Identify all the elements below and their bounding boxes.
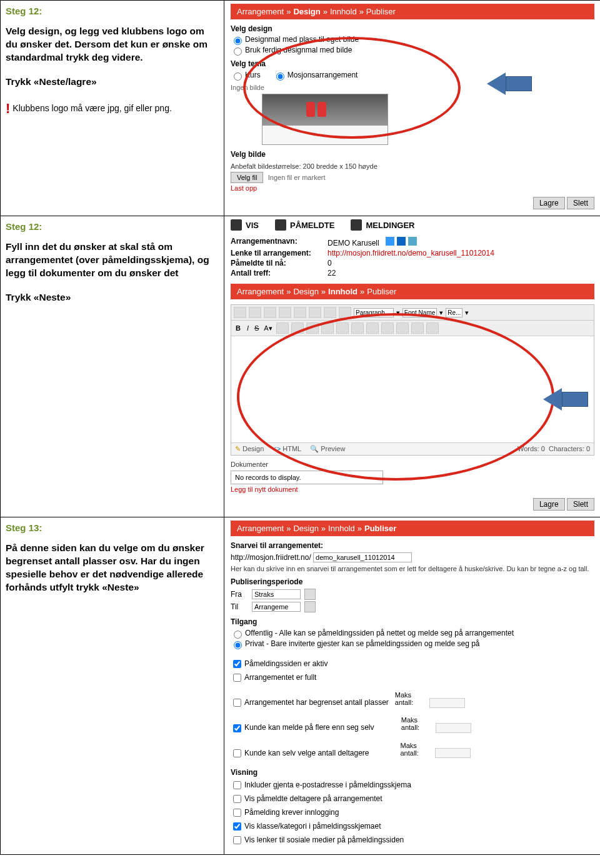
heading-velg-bilde: Velg bilde <box>231 150 594 159</box>
slett-button[interactable]: Slett <box>567 498 594 511</box>
paste-icon[interactable] <box>264 307 276 318</box>
fra-label: Fra <box>231 590 248 599</box>
link-icon[interactable] <box>324 307 336 318</box>
exclamation-icon: ! <box>6 100 10 118</box>
til-input[interactable] <box>252 602 301 612</box>
cb-v4[interactable]: Vis klasse/kategori i påmeldingsskjemaet <box>231 821 594 832</box>
size-select[interactable]: Re... <box>446 308 462 317</box>
instruction-cell: Steg 12: Velg design, og legg ved klubbe… <box>1 1 224 216</box>
arrangement-link[interactable]: http://mosjon.friidrett.no/demo_karusell… <box>328 249 494 257</box>
crumb-arrangement: Arrangement <box>237 524 284 533</box>
add-document-link[interactable]: Legg til nytt dokument <box>231 486 594 493</box>
breadcrumb-bar: Arrangement»Design»Innhold»Publiser <box>231 284 594 299</box>
file-status: Ingen fil er markert <box>268 174 326 181</box>
crumb-innhold: Innhold <box>328 287 358 296</box>
slett-button[interactable]: Slett <box>567 197 594 209</box>
snarvei-heading: Snarvei til arrangementet: <box>231 541 594 550</box>
warning-note: !Klubbens logo må være jpg, gif eller pn… <box>6 100 216 118</box>
step-row-12a: Steg 12: Velg design, og legg ved klubbe… <box>1 1 600 216</box>
cb-selv-velge[interactable]: Kunde kan selv velge antall deltagere Ma… <box>231 742 594 759</box>
align-left-icon[interactable] <box>276 322 289 334</box>
lagre-button[interactable]: Lagre <box>533 498 565 511</box>
radio-designmal-eget[interactable]: Designmal med plass til eget bilde <box>231 35 594 45</box>
tab-vis[interactable]: VIS <box>231 219 259 231</box>
instruction-cell: Steg 12: Fyll inn det du ønsker at skal … <box>1 216 224 517</box>
top-tabs: VIS PÅMELDTE MELDINGER <box>231 219 594 231</box>
maks-input-3[interactable] <box>435 748 471 758</box>
crumb-design: Design <box>293 524 318 533</box>
tab-pameldte[interactable]: PÅMELDTE <box>275 219 335 231</box>
fontcolor-icon[interactable]: A▾ <box>262 324 273 332</box>
crumb-design: Design <box>293 287 318 296</box>
shortcut-url-row: http://mosjon.friidrett.no/ <box>231 552 594 562</box>
cb-aktiv[interactable]: Påmeldingssiden er aktiv <box>231 658 594 670</box>
kv-pameldte: Påmeldte til nå:0 <box>231 259 594 267</box>
linkedin-icon[interactable] <box>397 237 406 246</box>
shortcut-help: Her kan du skrive inn en snarvei til arr… <box>231 565 594 572</box>
cb-v2[interactable]: Vis påmeldte deltagere på arrangementet <box>231 793 594 805</box>
kv-arrangementnavn: Arrangementnavn:DEMO Karusell <box>231 237 594 247</box>
crumb-publiser: Publiser <box>367 287 396 296</box>
lagre-button[interactable]: Lagre <box>533 197 565 209</box>
pointer-arrow <box>543 388 588 411</box>
envelope-icon <box>351 219 362 231</box>
radio-offentlig[interactable]: Offentlig - Alle kan se påmeldingssiden … <box>231 629 594 639</box>
cb-fullt[interactable]: Arrangementet er fullt <box>231 672 594 684</box>
pointer-arrow <box>487 72 532 95</box>
bold-icon[interactable]: B <box>234 324 242 332</box>
warning-text: Klubbens logo må være jpg, gif eller png… <box>12 103 171 113</box>
til-label: Til <box>231 602 248 611</box>
instruction-body-1: Velg design, og legg ved klubbens logo o… <box>6 25 216 64</box>
tab-meldinger[interactable]: MELDINGER <box>351 219 414 231</box>
fra-input[interactable] <box>252 589 301 599</box>
instruction-body-1: På denne siden kan du velge om du ønsker… <box>6 542 216 594</box>
shortcut-input[interactable] <box>313 552 412 562</box>
cb-flere[interactable]: Kunde kan melde på flere enn seg selv Ma… <box>231 716 594 734</box>
screenshot-cell: Arrangement»Design»Innhold»Publiser Snar… <box>224 517 600 854</box>
facebook-icon[interactable] <box>386 237 394 246</box>
redo-icon[interactable] <box>309 307 321 318</box>
char-count: Characters: 0 <box>549 445 590 452</box>
crumb-design: Design <box>293 7 320 16</box>
radio-privat[interactable]: Privat - Bare inviterte gjester kan se p… <box>231 639 594 649</box>
maks-input-1[interactable] <box>429 698 465 708</box>
crumb-arrangement: Arrangement <box>237 7 284 16</box>
breadcrumb-bar: Arrangement»Design»Innhold»Publiser <box>231 4 594 19</box>
step-label: Steg 13: <box>6 522 216 533</box>
crumb-publiser: Publiser <box>364 524 396 533</box>
cb-v3[interactable]: Påmelding krever innlogging <box>231 807 594 819</box>
twitter-icon[interactable] <box>408 237 417 246</box>
kv-treff: Antall treff:22 <box>231 269 594 277</box>
people-icon <box>275 219 286 231</box>
highlight-circle <box>237 313 554 481</box>
cb-v5[interactable]: Vis lenker til sosiale medier på påmeldi… <box>231 834 594 846</box>
maks-input-2[interactable] <box>436 723 471 733</box>
cb-v1[interactable]: Inkluder gjenta e-postadresse i påmeldin… <box>231 779 594 791</box>
strike-icon[interactable]: S <box>253 324 260 332</box>
cb-begrenset[interactable]: Arrangementet har begrenset antall plass… <box>231 691 594 709</box>
magnifier-icon <box>231 219 242 231</box>
instruction-body-1: Fyll inn det du ønsker at skal stå om ar… <box>6 241 216 280</box>
anbefalt-text: Anbefalt bildestørrelse: 200 bredde x 15… <box>231 162 594 170</box>
step-row-13: Steg 13: På denne siden kan du velge om … <box>1 517 600 854</box>
paste-word-icon[interactable] <box>279 307 291 318</box>
screenshot-cell: VIS PÅMELDTE MELDINGER Arrangementnavn:D… <box>224 216 600 517</box>
tilgang-heading: Tilgang <box>231 617 594 626</box>
screenshot-cell: Arrangement»Design»Innhold»Publiser Velg… <box>224 1 600 216</box>
cut-icon[interactable] <box>234 307 246 318</box>
upload-link[interactable]: Last opp <box>231 184 594 192</box>
kv-lenke: Lenke til arrangement:http://mosjon.frii… <box>231 249 594 257</box>
editor-tab-design[interactable]: ✎ Design <box>235 445 264 453</box>
italic-icon[interactable]: I <box>245 324 251 332</box>
copy-icon[interactable] <box>249 307 261 318</box>
instruction-body-2: Trykk «Neste» <box>6 291 216 304</box>
undo-icon[interactable] <box>294 307 306 318</box>
calendar-icon[interactable] <box>304 589 316 600</box>
calendar-icon[interactable] <box>304 601 316 612</box>
crumb-innhold: Innhold <box>330 7 357 16</box>
crumb-arrangement: Arrangement <box>237 287 284 296</box>
step-row-12b: Steg 12: Fyll inn det du ønsker at skal … <box>1 216 600 517</box>
step-label: Steg 12: <box>6 221 216 232</box>
choose-file-button[interactable]: Velg fil <box>231 172 263 183</box>
step-label: Steg 12: <box>6 6 216 16</box>
